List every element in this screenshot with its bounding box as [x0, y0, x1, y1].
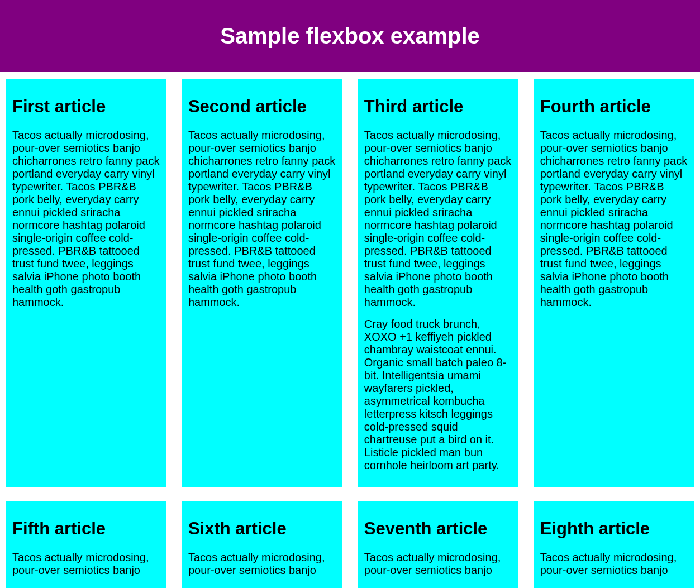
- article-body: Tacos actually microdosing, pour-over se…: [188, 551, 336, 577]
- article-title: Eighth article: [540, 519, 688, 539]
- article-title: Fifth article: [12, 519, 160, 539]
- article-body: Cray food truck brunch, XOXO +1 keffiyeh…: [364, 318, 512, 472]
- article-body: Tacos actually microdosing, pour-over se…: [364, 129, 512, 309]
- article-title: Third article: [364, 97, 512, 117]
- article-title: Fourth article: [540, 97, 688, 117]
- article-card: Fifth article Tacos actually microdosing…: [6, 501, 166, 588]
- article-card: Fourth article Tacos actually microdosin…: [534, 79, 694, 487]
- article-card: Sixth article Tacos actually microdosing…: [182, 501, 342, 588]
- article-card: Second article Tacos actually microdosin…: [182, 79, 342, 487]
- article-title: Second article: [188, 97, 336, 117]
- article-card: Third article Tacos actually microdosing…: [358, 79, 518, 487]
- article-body: Tacos actually microdosing, pour-over se…: [188, 129, 336, 309]
- article-body: Tacos actually microdosing, pour-over se…: [540, 551, 688, 577]
- article-title: First article: [12, 97, 160, 117]
- page-title: Sample flexbox example: [9, 23, 691, 49]
- article-card: First article Tacos actually microdosing…: [6, 79, 166, 487]
- article-card: Eighth article Tacos actually microdosin…: [534, 501, 694, 588]
- article-title: Sixth article: [188, 519, 336, 539]
- article-body: Tacos actually microdosing, pour-over se…: [12, 551, 160, 577]
- page-header: Sample flexbox example: [0, 0, 700, 72]
- article-grid: First article Tacos actually microdosing…: [0, 72, 700, 588]
- article-card: Seventh article Tacos actually microdosi…: [358, 501, 518, 588]
- article-body: Tacos actually microdosing, pour-over se…: [12, 129, 160, 309]
- article-body: Tacos actually microdosing, pour-over se…: [540, 129, 688, 309]
- article-title: Seventh article: [364, 519, 512, 539]
- article-body: Tacos actually microdosing, pour-over se…: [364, 551, 512, 577]
